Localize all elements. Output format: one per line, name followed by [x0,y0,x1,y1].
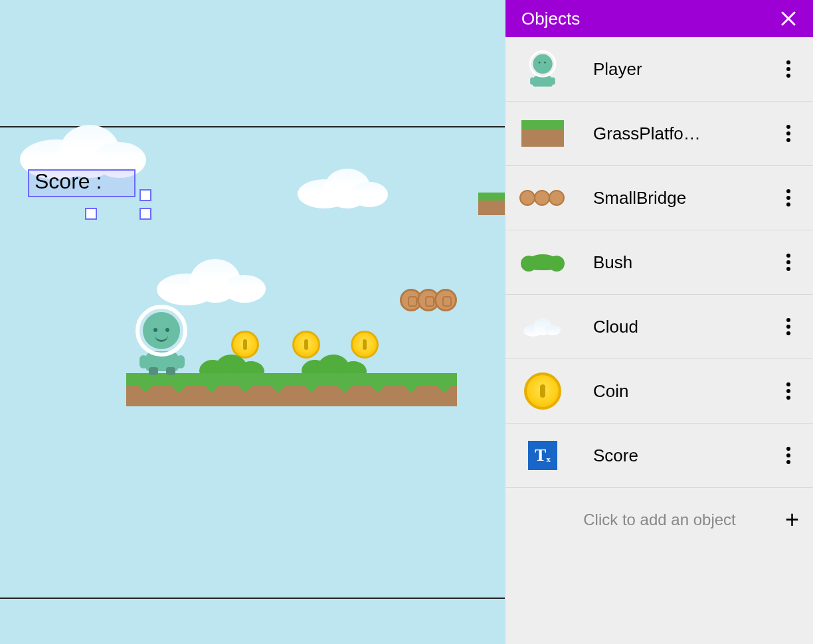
object-row-smallbridge[interactable]: SmallBridge [505,166,813,230]
resize-handle[interactable] [139,208,151,220]
object-label: Player [593,59,775,80]
coin[interactable] [231,331,259,359]
object-label: SmallBridge [593,188,775,208]
kebab-menu-icon[interactable] [775,56,802,82]
text-object-icon: Tx [519,432,567,479]
object-label: GrassPlatfo… [593,123,775,144]
panel-title: Objects [521,9,580,29]
coin[interactable] [351,331,379,359]
panel-header: Objects [505,0,813,37]
object-row-player[interactable]: Player [505,37,813,102]
object-row-grassplatform[interactable]: GrassPlatfo… [505,102,813,166]
kebab-menu-icon[interactable] [775,249,802,276]
object-row-bush[interactable]: Bush [505,230,813,295]
kebab-menu-icon[interactable] [775,378,802,404]
object-label: Bush [593,252,775,273]
cloud-icon [519,303,567,351]
resize-handle[interactable] [139,189,151,201]
kebab-menu-icon[interactable] [775,313,802,340]
kebab-menu-icon[interactable] [775,185,802,211]
player[interactable] [136,305,195,374]
coin-icon [519,367,567,415]
add-object-label: Click to add an object [583,511,735,529]
coin[interactable] [292,331,320,359]
camera-frame-bottom [0,598,505,599]
object-label: Score [593,445,775,466]
player-icon [519,45,567,93]
add-object-button[interactable]: Click to add an object + [505,488,813,552]
small-bridge-icon [519,174,567,222]
grass-platform[interactable] [126,373,457,406]
grass-platform[interactable] [478,193,505,215]
kebab-menu-icon[interactable] [775,120,802,147]
scene-canvas[interactable]: Score : [0,0,505,644]
kebab-menu-icon[interactable] [775,442,802,469]
cloud[interactable] [298,166,397,212]
object-label: Coin [593,381,775,402]
object-label: Cloud [593,317,775,337]
objects-panel: Objects Player GrassPlatfo… [505,0,813,644]
score-label: Score : [35,169,102,194]
score-text-object[interactable]: Score : [28,169,133,204]
bush-icon [519,238,567,286]
object-row-cloud[interactable]: Cloud [505,295,813,359]
resize-handle[interactable] [85,208,97,220]
cloud[interactable] [157,256,270,309]
object-row-coin[interactable]: Coin [505,359,813,424]
close-icon[interactable] [779,9,798,28]
grass-platform-icon [519,110,567,157]
plus-icon: + [785,506,799,534]
object-row-score[interactable]: Tx Score [505,424,813,488]
